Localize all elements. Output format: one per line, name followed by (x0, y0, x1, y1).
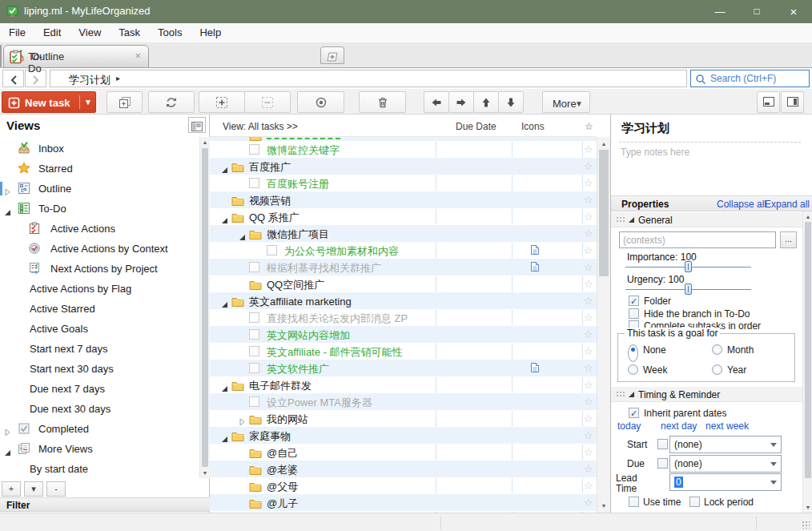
panel-toggle-button[interactable] (188, 117, 206, 133)
sidebar-item-completed[interactable]: Completed (0, 419, 199, 439)
star-toggle-icon[interactable]: ☆ (584, 211, 593, 223)
task-label[interactable]: 微信推广项目 (267, 227, 329, 242)
task-row[interactable]: 设立Power MTA服务器☆ (210, 393, 597, 410)
due-date-checkbox[interactable] (657, 458, 668, 469)
expand-all-link[interactable]: Expand all (765, 199, 810, 210)
star-toggle-icon[interactable]: ☆ (584, 278, 593, 290)
sync-button[interactable] (148, 91, 195, 113)
new-task-button[interactable]: New task ▼ (2, 91, 96, 113)
contexts-browse-button[interactable]: ... (780, 231, 797, 248)
task-label[interactable]: 视频营销 (249, 194, 291, 208)
collapse-icon[interactable] (4, 205, 11, 219)
task-row[interactable]: 英文软件推广☆ (210, 360, 597, 376)
task-label[interactable]: 直接找相关论坛发内部消息 ZP (267, 312, 408, 326)
nav-back-button[interactable] (2, 70, 24, 87)
star-toggle-icon[interactable]: ☆ (584, 497, 593, 509)
task-row[interactable]: @儿子☆ (210, 494, 597, 511)
sidebar-item-to-do[interactable]: To-Do (0, 199, 199, 219)
scrollbar-thumb[interactable] (202, 148, 208, 467)
task-label[interactable]: 我的网站 (267, 412, 308, 427)
task-label[interactable]: QQ 系推广 (249, 211, 299, 225)
star-toggle-icon[interactable]: ☆ (584, 143, 593, 155)
task-label[interactable]: 百度推广 (249, 160, 291, 175)
column-star[interactable]: ☆ (585, 121, 593, 132)
task-row[interactable]: @自己☆ (210, 444, 597, 461)
sidebar-item-start-next-30-days[interactable]: Start next 30 days (0, 359, 199, 379)
scrollbar-thumb[interactable] (805, 222, 811, 478)
task-label[interactable]: 微博监控关键字 (267, 143, 340, 158)
more-button[interactable]: More ▼ (542, 91, 590, 113)
move-down-button[interactable] (498, 91, 524, 113)
task-row[interactable]: @父母☆ (210, 477, 597, 494)
new-tab-button[interactable] (320, 46, 344, 64)
lock-period-checkbox[interactable] (689, 497, 700, 507)
delete-task-button[interactable] (359, 91, 406, 113)
scroll-down-icon[interactable]: ▼ (597, 501, 610, 511)
task-checkbox[interactable] (249, 396, 259, 407)
task-label[interactable]: 设立Power MTA服务器 (267, 396, 372, 410)
task-row[interactable]: 家庭事物☆ (210, 427, 597, 444)
star-toggle-icon[interactable]: ☆ (584, 312, 593, 324)
task-label[interactable]: @老婆 (267, 463, 298, 477)
use-time-checkbox[interactable] (629, 497, 639, 507)
star-toggle-icon[interactable]: ☆ (584, 463, 593, 475)
menu-task[interactable]: Task (110, 23, 149, 42)
sidebar-item-start-next-7-days[interactable]: Start next 7 days (0, 339, 199, 359)
contexts-input[interactable] (619, 231, 776, 248)
star-toggle-icon[interactable]: ☆ (584, 244, 593, 256)
scroll-down-icon[interactable]: ▼ (200, 468, 210, 478)
star-toggle-icon[interactable]: ☆ (584, 362, 593, 374)
sidebar-item-next-actions-by-project[interactable]: Next Actions by Project (0, 259, 199, 279)
star-toggle-icon[interactable]: ☆ (584, 295, 593, 307)
due-date-select[interactable]: (none) (669, 455, 782, 473)
folder-checkbox[interactable] (629, 296, 639, 306)
toggle-right-panel-button[interactable] (781, 91, 804, 113)
section-expanded-icon[interactable] (629, 392, 634, 397)
breadcrumb[interactable]: 学习计划 (50, 70, 687, 87)
task-checkbox[interactable] (249, 329, 259, 340)
task-label[interactable]: 家庭事物 (249, 429, 291, 444)
urgency-slider[interactable] (625, 283, 751, 296)
drag-grip-icon[interactable] (616, 216, 625, 223)
drag-grip-icon[interactable] (616, 391, 625, 398)
star-toggle-icon[interactable]: ☆ (584, 194, 593, 206)
move-up-button[interactable] (473, 91, 499, 113)
task-checkbox[interactable] (249, 178, 259, 188)
minimize-button[interactable]: — (701, 0, 738, 23)
tab-to-do[interactable]: To-Do× (0, 45, 2, 68)
note-icon[interactable] (530, 244, 540, 259)
section-expanded-icon[interactable] (629, 217, 634, 223)
collapse-all-link[interactable]: Collapse all (717, 199, 766, 210)
sidebar-item-active-actions[interactable]: Active Actions (0, 219, 199, 239)
filter-header[interactable]: Filter (0, 497, 210, 512)
task-row[interactable]: 英文affiliate marketing☆ (210, 292, 597, 309)
star-toggle-icon[interactable]: ☆ (584, 379, 593, 391)
notes-placeholder[interactable]: Type notes here (621, 147, 689, 158)
task-row[interactable]: @老婆☆ (210, 461, 597, 477)
resize-grip[interactable] (802, 521, 810, 529)
view-dropdown-button[interactable]: ▾ (24, 481, 43, 497)
lead-time-select[interactable]: 0 (669, 473, 782, 491)
task-label[interactable]: 英文网站内容增加 (267, 328, 350, 343)
task-row[interactable]: 根据利基寻找相关群推广☆ (210, 259, 597, 276)
task-checkbox[interactable] (249, 262, 259, 272)
close-button[interactable]: × (775, 0, 812, 23)
start-date-checkbox[interactable] (657, 439, 668, 449)
tab-close-icon[interactable]: × (135, 50, 141, 62)
duplicate-task-button[interactable] (107, 91, 143, 113)
note-icon[interactable] (530, 362, 540, 376)
menu-view[interactable]: View (70, 23, 110, 42)
goal-radio-none[interactable] (628, 344, 638, 362)
task-checkbox[interactable] (267, 245, 277, 255)
star-toggle-icon[interactable]: ☆ (584, 177, 593, 189)
move-left-button[interactable] (424, 91, 449, 113)
start-date-select[interactable]: (none) (669, 436, 782, 453)
importance-slider[interactable] (625, 260, 751, 273)
column-icons[interactable]: Icons (521, 121, 545, 132)
collapse-icon[interactable] (4, 445, 11, 460)
tasklist-scrollbar[interactable]: ▲ ▼ (597, 137, 610, 513)
sidebar-item-inbox[interactable]: Inbox (0, 139, 199, 159)
star-toggle-icon[interactable]: ☆ (584, 429, 593, 441)
zoom-out-branch-button[interactable] (244, 91, 291, 113)
task-row[interactable]: 英文affiliate - 邮件营销可能性☆ (210, 343, 597, 360)
